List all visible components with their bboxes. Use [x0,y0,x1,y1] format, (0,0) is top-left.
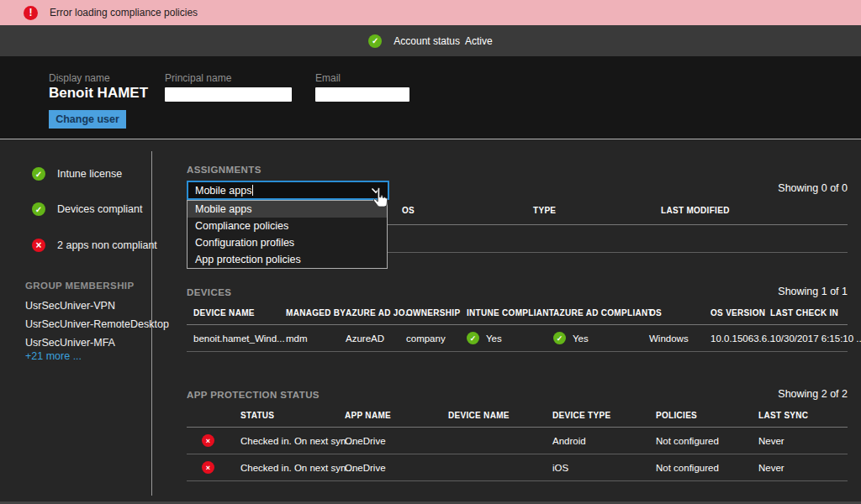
assignments-showing-count: Showing 0 of 0 [778,182,848,194]
status-item-intune-license: ✓ Intune license [32,167,122,181]
intune-compliant-value: Yes [486,333,502,344]
intune-troubleshoot-page: ! Error loading compliance policies ✓ Ac… [0,0,861,504]
error-circle-icon: × [202,461,214,474]
os-cell: Windows [649,333,710,344]
error-message: Error loading compliance policies [50,7,198,18]
intune-compliant-cell: ✓ Yes [467,332,553,344]
status-item-label: 2 apps non compliant [57,239,157,251]
mouse-cursor-hand [371,187,389,213]
column-header-os: OS [402,206,533,215]
device-type-cell: Android [552,436,656,446]
column-header-os-version: OS VERSION [710,308,770,318]
app-protection-title-row: APP PROTECTION STATUS Showing 2 of 2 [187,388,848,400]
change-user-button[interactable]: Change user [49,110,126,129]
group-item: UsrSecUniver-VPN [25,300,115,312]
devices-section: DEVICES Showing 1 of 1 DEVICE NAME MANAG… [187,286,848,352]
check-circle-icon: ✓ [553,332,566,344]
error-banner[interactable]: ! Error loading compliance policies [0,0,861,25]
account-status-bar: ✓ Account status Active [0,25,861,56]
last-check-in-cell: 10/30/2017 6:15:10 ... [770,333,861,344]
email-redacted [315,87,409,102]
cross-glyph: × [206,437,210,445]
app-protection-row: × Checked in. On next syn... OneDrive An… [187,428,848,454]
check-glyph: ✓ [35,170,42,179]
error-icon-glyph: ! [29,7,33,18]
group-item: UsrSecUniver-MFA [25,337,115,349]
account-status-label: Account status [394,35,460,47]
devices-title-row: DEVICES Showing 1 of 1 [187,286,848,297]
option-configuration-profiles[interactable]: Configuration profiles [188,234,387,251]
managed-by-cell: mdm [286,333,346,344]
policies-cell: Not configured [656,463,758,473]
column-header-last-sync: LAST SYNC [758,411,848,420]
app-protection-section: APP PROTECTION STATUS Showing 2 of 2 STA… [187,388,848,481]
display-name-value: Benoit HAMET [49,85,148,102]
status-icon-cell: × [187,434,240,447]
column-header-azure-ad-join: AZURE AD JO... [346,308,406,318]
check-glyph: ✓ [470,334,477,343]
column-header-device-type: DEVICE TYPE [552,411,656,420]
cross-glyph: × [206,464,210,472]
last-sync-cell: Never [758,463,848,473]
account-status-value: Active [465,35,493,47]
email-label: Email [315,72,341,84]
column-header-last-check-in: LAST CHECK IN [770,308,848,318]
app-name-cell: OneDrive [345,436,448,446]
column-header-last-modified: LAST MODIFIED [661,206,848,215]
assignment-type-select[interactable]: Mobile apps [187,181,389,200]
device-type-cell: iOS [552,463,656,473]
app-protection-row: × Checked in. On next syn... OneDrive iO… [187,454,848,481]
devices-table-header: DEVICE NAME MANAGED BY AZURE AD JO... OW… [187,308,848,325]
page-body: ✓ Intune license ✓ Devices compliant × 2… [0,139,861,504]
status-cell: Checked in. On next syn... [240,436,345,446]
ownership-cell: company [406,333,467,344]
error-circle-icon: × [32,239,45,252]
policies-cell: Not configured [656,436,758,446]
assignment-type-dropdown-list: Mobile apps Compliance policies Configur… [187,200,388,269]
column-header-type: TYPE [533,206,661,215]
text-caret [252,185,253,196]
status-item-devices-compliant: ✓ Devices compliant [32,202,142,216]
status-cell: Checked in. On next syn... [240,463,345,473]
devices-showing-count: Showing 1 of 1 [778,286,848,297]
column-header-app-name: APP NAME [345,411,448,420]
azure-ad-compliant-cell: ✓ Yes [553,332,649,344]
option-mobile-apps[interactable]: Mobile apps [188,201,387,218]
column-header-device-name: DEVICE NAME [448,411,552,420]
icon-column [187,411,240,420]
main-content: ASSIGNMENTS Showing 0 of 0 OS TYPE LAST … [152,139,861,504]
principal-name-redacted [165,87,292,102]
status-item-label: Intune license [57,168,122,180]
app-protection-title: APP PROTECTION STATUS [187,390,320,400]
column-header-intune-compliant: INTUNE COMPLIANT [467,308,553,318]
group-membership-title: GROUP MEMBERSHIP [25,281,135,291]
check-circle-icon: ✓ [32,167,45,181]
column-header-managed-by: MANAGED BY [286,308,346,318]
error-icon: ! [24,6,38,20]
app-name-cell: OneDrive [345,463,448,473]
cross-glyph: × [35,239,41,251]
column-header-os: OS [649,308,710,318]
error-circle-icon: × [202,434,214,447]
status-icon-cell: × [187,461,240,474]
check-circle-icon: ✓ [368,34,382,48]
column-header-ownership: OWNERSHIP [406,308,467,318]
column-header-device-name: DEVICE NAME [193,308,286,318]
more-groups-link[interactable]: +21 more ... [25,350,82,362]
assignments-title: ASSIGNMENTS [187,165,261,175]
device-name-cell: benoit.hamet_Wind... [193,333,286,344]
column-header-policies: POLICIES [656,411,758,420]
user-info-section: Display name Benoit HAMET Principal name… [0,56,861,139]
column-header-status: STATUS [240,411,345,420]
check-glyph: ✓ [557,334,563,343]
app-protection-showing-count: Showing 2 of 2 [778,388,848,400]
option-compliance-policies[interactable]: Compliance policies [188,218,387,234]
check-glyph: ✓ [35,205,42,214]
status-sidebar: ✓ Intune license ✓ Devices compliant × 2… [0,139,151,504]
os-version-cell: 10.0.15063.6... [710,333,770,344]
select-value: Mobile apps [195,185,251,197]
azure-ad-join-cell: AzureAD [346,333,406,344]
option-app-protection-policies[interactable]: App protection policies [188,251,387,268]
column-header-azure-ad-compliant: AZURE AD COMPLIANT [553,308,649,318]
check-circle-icon: ✓ [467,332,479,344]
